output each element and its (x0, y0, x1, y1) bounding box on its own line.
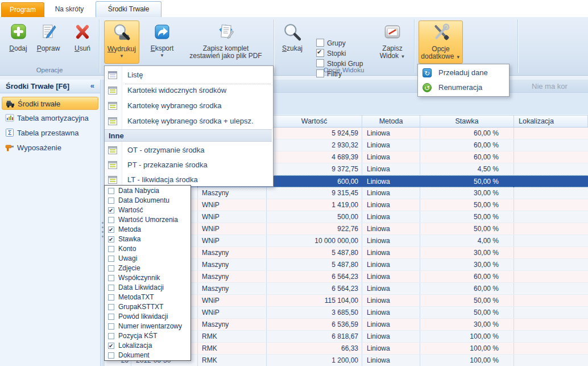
checkbox-icon[interactable] (108, 323, 114, 330)
sidebar-item-label: Wyposażenie (17, 143, 61, 152)
cell-stawka: 50,00 % (420, 307, 514, 318)
search-button[interactable]: Szukaj (276, 20, 308, 64)
checkbox-icon[interactable] (316, 49, 324, 57)
cell-metoda: Liniowa (362, 235, 420, 246)
collapse-sidebar-icon[interactable]: « (90, 81, 94, 90)
checkbox-icon[interactable] (108, 265, 114, 272)
cell-lokalizacja (514, 283, 588, 294)
view-checkbox-0[interactable]: Grupy (316, 39, 363, 49)
column-chooser-item-4[interactable]: Metoda (105, 225, 189, 235)
print-menu-item-2[interactable]: Kartotekę wybranego środka (105, 98, 272, 113)
column-chooser-item-16[interactable]: Lokalizacja (105, 341, 189, 351)
cell-stawka: 100,00 % (420, 343, 514, 354)
checkbox-icon[interactable] (108, 275, 114, 281)
cell-grupa: Maszyny (198, 283, 267, 294)
options-menu-item-1[interactable]: ↺Renumeracja (418, 80, 508, 95)
column-chooser-item-0[interactable]: Data Nabycia (105, 186, 189, 196)
column-header-stawka[interactable]: Stawka (420, 115, 514, 128)
checkbox-icon[interactable] (108, 236, 114, 242)
column-chooser-item-17[interactable]: Dokument (105, 351, 189, 360)
column-chooser-item-9[interactable]: Współczynnik (105, 273, 189, 283)
print-menu-item-1[interactable]: Kartoteki widocznych środków (105, 83, 272, 98)
sidebar-item-3[interactable]: Wyposażenie (2, 141, 98, 154)
list-report-icon (108, 71, 117, 79)
print-menu-item-4[interactable]: OT - otrzymanie środka (105, 143, 272, 158)
additional-options-button[interactable]: Opcje dodatkowe ▼ (419, 20, 463, 64)
column-header-metoda[interactable]: Metoda (362, 115, 420, 128)
tab-program[interactable]: Program (1, 2, 44, 17)
print-menu-item-0[interactable]: Listę (105, 68, 272, 83)
print-menu-item-5[interactable]: PT - przekazanie środka (105, 158, 272, 172)
checkbox-icon[interactable] (108, 246, 114, 252)
menu-item-label: Kartotekę wybranego środka (127, 98, 221, 113)
tab-srodki-trwale[interactable]: Środki Trwałe (96, 1, 162, 17)
sidebar: Środki Trwałe [F6] « Środki trwałeTabela… (0, 80, 100, 366)
sidebar-title: Środki Trwałe [F6] (6, 82, 69, 91)
cell-wartosc: 3 685,50 (267, 307, 362, 318)
delete-button-label: Usuń (68, 45, 97, 52)
column-chooser-item-6[interactable]: Konto (105, 244, 189, 254)
checkbox-icon[interactable] (316, 39, 324, 47)
add-button[interactable]: Dodaj (5, 20, 32, 64)
export-button[interactable]: Eksport ▼ (144, 20, 180, 64)
column-header-lokalizacja[interactable]: Lokalizacja (514, 115, 588, 128)
print-menu-item-3[interactable]: Kartotekę wybranego środka + ulepsz. (105, 114, 272, 129)
view-checkbox-1[interactable]: Stopki (316, 49, 363, 59)
column-chooser-item-10[interactable]: Data Likwidacji (105, 283, 189, 293)
cell-metoda: Liniowa (362, 139, 420, 151)
checkbox-icon[interactable] (108, 294, 114, 301)
column-chooser-label: Metoda (118, 225, 141, 235)
cell-wartosc: 1 419,00 (267, 199, 362, 211)
column-chooser-item-14[interactable]: Numer inwentarzowy (105, 322, 189, 331)
column-header-wartosc[interactable]: Wartość (267, 115, 362, 128)
options-menu-item-0[interactable]: ↻Przeładuj dane (418, 65, 508, 80)
checkbox-icon[interactable] (108, 227, 114, 233)
edit-button[interactable]: Popraw (33, 20, 64, 64)
checkbox-icon[interactable] (108, 217, 114, 223)
dropdown-arrow-icon: ▼ (456, 55, 461, 60)
column-chooser-label: Konto (118, 244, 136, 254)
checkbox-icon[interactable] (108, 304, 114, 310)
checkbox-icon[interactable] (316, 59, 324, 67)
cell-stawka: 30,00 % (420, 319, 514, 330)
column-chooser-item-11[interactable]: MetodaTXT (105, 293, 189, 302)
column-chooser-item-13[interactable]: Powód likwidacji (105, 312, 189, 322)
checkbox-icon[interactable] (108, 285, 114, 291)
column-chooser-item-12[interactable]: GrupaKSTTXT (105, 302, 189, 312)
menu-item-label: Przeładuj dane (438, 65, 488, 80)
checkbox-icon[interactable] (108, 352, 114, 359)
checkbox-icon[interactable] (108, 198, 114, 204)
column-chooser-item-15[interactable]: Pozycja KŚT (105, 331, 189, 341)
sidebar-item-label: Tabela amortyzacyjna (17, 114, 89, 122)
sidebar-item-0[interactable]: Środki trwałe (2, 97, 98, 110)
column-chooser-item-5[interactable]: Stawka (105, 235, 189, 244)
save-pdf-set-button[interactable]: Zapisz komplet zestawień jako plik PDF (188, 20, 264, 64)
cell-stawka: 60,00 % (420, 139, 514, 151)
column-chooser-label: Data Dokumentu (118, 196, 169, 205)
delete-button[interactable]: Usuń (68, 20, 97, 64)
cell-stawka: 60,00 % (420, 283, 514, 294)
column-chooser-item-1[interactable]: Data Dokumentu (105, 196, 189, 205)
column-chooser-item-8[interactable]: Zdjęcie (105, 264, 189, 273)
checkbox-icon[interactable] (108, 188, 114, 194)
checkbox-icon[interactable] (108, 333, 114, 339)
cell-metoda: Liniowa (362, 319, 420, 330)
column-chooser-item-2[interactable]: Wartość (105, 205, 189, 215)
checkbox-icon[interactable] (108, 207, 114, 213)
tools-icon (419, 21, 462, 46)
checkbox-icon[interactable] (108, 256, 114, 262)
cell-wartosc: 9 372,75 (267, 163, 362, 175)
menu-item-label: OT - otrzymanie środka (127, 143, 205, 158)
menu-item-label: PT - przekazanie środka (127, 158, 208, 172)
group-separator (99, 19, 100, 73)
column-chooser-item-3[interactable]: Wartość Umorzenia (105, 215, 189, 225)
sidebar-item-1[interactable]: Tabela amortyzacyjna (2, 112, 98, 125)
checkbox-icon[interactable] (108, 343, 114, 349)
sidebar-item-2[interactable]: ΣTabela przestawna (2, 126, 98, 139)
cell-lokalizacja (514, 163, 588, 175)
checkbox-icon[interactable] (108, 314, 114, 320)
save-view-button[interactable]: Zapisz Widok ▼ (372, 20, 413, 64)
column-chooser-item-7[interactable]: Uwagi (105, 254, 189, 264)
tab-na-skroty[interactable]: Na skróty (45, 2, 93, 17)
print-button[interactable]: Wydrukuj ▼ (104, 20, 139, 64)
